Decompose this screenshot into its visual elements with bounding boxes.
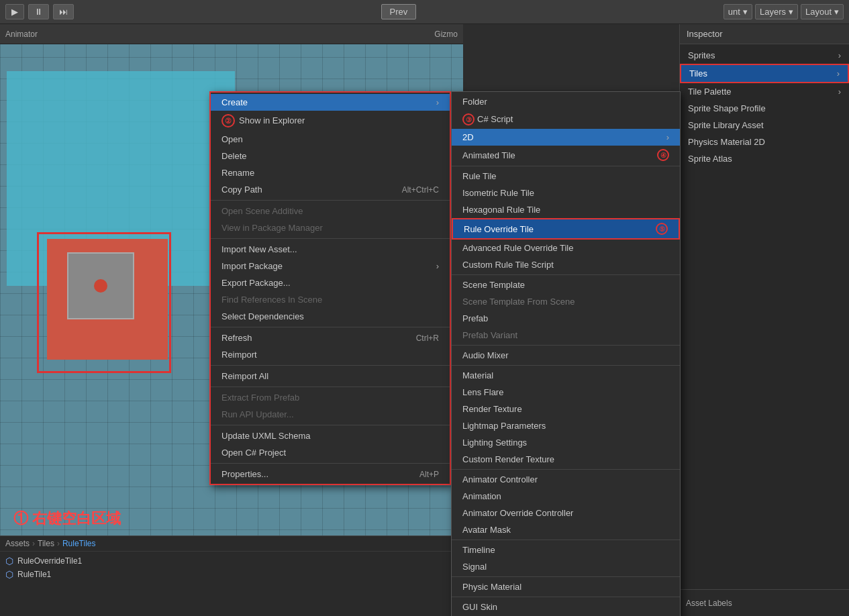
cm-rename[interactable]: Rename (211, 164, 450, 181)
inspector-header: Inspector (680, 24, 849, 44)
file-item[interactable]: ⬡ RuleOverrideTile1 (5, 554, 458, 568)
cm2d-rule-tile[interactable]: Rule Tile (452, 168, 680, 185)
cm-find-references: Find References In Scene (211, 291, 450, 308)
cm-view-package-manager: View in Package Manager (211, 219, 450, 236)
cm-export-package[interactable]: Export Package... (211, 274, 450, 291)
cm2d-rule-override-tile[interactable]: Rule Override Tile ⑤ (452, 218, 680, 240)
tile-dot (94, 279, 107, 293)
cm-import-new-asset[interactable]: Import New Asset... (211, 241, 450, 258)
top-toolbar: ▶ ⏸ ⏭ Prev unt ▾ Layers ▾ Layout ▾ (0, 0, 849, 24)
cm2d-signal[interactable]: Signal (452, 558, 680, 575)
cm2d-gui-skin[interactable]: GUI Skin (452, 599, 680, 615)
cm2d-animator-controller[interactable]: Animator Controller (452, 471, 680, 488)
cm-open[interactable]: Open (211, 131, 450, 148)
cm2d-lightmap-parameters[interactable]: Lightmap Parameters (452, 417, 680, 434)
insp-sprite-shape-profile[interactable]: Sprite Shape Profile (680, 100, 849, 117)
cm-sep (211, 463, 450, 464)
cm2d-render-texture[interactable]: Render Texture (452, 401, 680, 417)
cm2d-animation[interactable]: Animation (452, 488, 680, 505)
cm-open-csharp[interactable]: Open C# Project (211, 444, 450, 461)
cm2d-custom-render-texture[interactable]: Custom Render Texture (452, 451, 680, 468)
file-item[interactable]: ⬡ RuleTile1 (5, 568, 458, 581)
gizmo-label: Gizmo (434, 30, 458, 39)
cm2d-advanced-rule-override[interactable]: Advanced Rule Override Tile (452, 240, 680, 256)
animator-label: Animator (5, 30, 38, 39)
cm2d-hexagonal-rule-tile[interactable]: Hexagonal Rule Tile (452, 201, 680, 218)
cm-sep (211, 200, 450, 201)
cm2d-audio-mixer[interactable]: Audio Mixer (452, 347, 680, 364)
cm2d-lighting-settings[interactable]: Lighting Settings (452, 434, 680, 451)
layers-dropdown[interactable]: Layers ▾ (755, 4, 798, 19)
insp-sprite-atlas[interactable]: Sprite Atlas (680, 150, 849, 167)
cm2d-material[interactable]: Material (452, 367, 680, 384)
pause-button[interactable]: ⏸ (28, 4, 49, 19)
context-menu-left: Create › ②Show in Explorer Open Delete R… (209, 91, 451, 485)
cm-select-dependencies[interactable]: Select Dependencies (211, 308, 450, 325)
cm-copy-path[interactable]: Copy Path Alt+Ctrl+C (211, 181, 450, 198)
cm2d-2d[interactable]: 2D › (452, 129, 680, 146)
scene-toolbar: Animator Gizmo (0, 24, 463, 44)
insp-sprite-library-asset[interactable]: Sprite Library Asset (680, 117, 849, 134)
layout-dropdown[interactable]: Layout ▾ (801, 4, 844, 19)
main-layout: Animator Gizmo ① 右键空白区域 Assets › Tiles › (0, 24, 849, 616)
cm2d-csharp[interactable]: ③C# Script (452, 110, 680, 129)
insp-physics-material-2d[interactable]: Physics Material 2D (680, 134, 849, 150)
file-icon: ⬡ (5, 556, 13, 566)
cm2d-timeline[interactable]: Timeline (452, 542, 680, 558)
account-dropdown[interactable]: unt ▾ (723, 4, 752, 19)
cm-extract-from-prefab: Extract From Prefab (211, 389, 450, 406)
cm2d-prefab-variant: Prefab Variant (452, 327, 680, 344)
cm-sep (211, 387, 450, 387)
cm2d-prefab[interactable]: Prefab (452, 310, 680, 327)
cm-properties[interactable]: Properties... Alt+P (211, 466, 450, 482)
cm-import-package[interactable]: Import Package › (211, 258, 450, 274)
tile-object (67, 252, 134, 319)
cm2d-folder[interactable]: Folder (452, 93, 680, 110)
scene-panel: Animator Gizmo ① 右键空白区域 Assets › Tiles › (0, 24, 463, 616)
annotation-chinese: ① 右键空白区域 (13, 509, 121, 529)
cm-sep (211, 327, 450, 327)
cm2d-custom-rule-tile[interactable]: Custom Rule Tile Script (452, 256, 680, 273)
cm-create[interactable]: Create › (211, 94, 450, 111)
cm2d-avatar-mask[interactable]: Avatar Mask (452, 521, 680, 538)
cm-reimport-all[interactable]: Reimport All (211, 368, 450, 384)
cm-delete[interactable]: Delete (211, 148, 450, 164)
cm2d-scene-template[interactable]: Scene Template (452, 276, 680, 293)
cm2d-isometric-rule-tile[interactable]: Isometric Rule Tile (452, 185, 680, 201)
cm-reimport[interactable]: Reimport (211, 346, 450, 363)
toolbar-right: unt ▾ Layers ▾ Layout ▾ (723, 4, 844, 19)
cm2d-physic-material[interactable]: Physic Material (452, 578, 680, 595)
file-list: ⬡ RuleOverrideTile1 ⬡ RuleTile1 (0, 552, 463, 584)
cm2d-scene-template-from-scene: Scene Template From Scene (452, 293, 680, 310)
cm-open-scene-additive: Open Scene Additive (211, 203, 450, 219)
cm-sep (211, 365, 450, 366)
cm-sep (211, 425, 450, 425)
cm2d-lens-flare[interactable]: Lens Flare (452, 384, 680, 401)
context-menu-2d: Folder ③C# Script 2D › Animated Tile ④ R… (451, 91, 681, 616)
cm-refresh[interactable]: Refresh Ctrl+R (211, 329, 450, 346)
cm2d-animated-tile[interactable]: Animated Tile ④ (452, 146, 680, 164)
insp-tiles[interactable]: Tiles › (680, 64, 849, 83)
play-button[interactable]: ▶ (5, 4, 24, 19)
inspector-panel: Inspector Sprites › Tiles › Tile Palette… (679, 24, 849, 616)
file-icon: ⬡ (5, 569, 13, 580)
cm2d-animator-override[interactable]: Animator Override Controller (452, 505, 680, 521)
cm-run-api-updater: Run API Updater... (211, 406, 450, 423)
inspector-menu: Sprites › Tiles › Tile Palette › Sprite … (680, 44, 849, 170)
breadcrumb: Assets › Tiles › RuleTiles (0, 536, 463, 552)
bottom-panel: Assets › Tiles › RuleTiles ⬡ RuleOverrid… (0, 535, 463, 616)
preview-dropdown[interactable]: Prev (381, 4, 417, 19)
insp-sprites[interactable]: Sprites › (680, 47, 849, 64)
cm-update-uxml[interactable]: Update UXML Schema (211, 427, 450, 444)
cm-sep (211, 238, 450, 239)
step-button[interactable]: ⏭ (53, 4, 74, 19)
insp-tile-palette[interactable]: Tile Palette › (680, 83, 849, 100)
asset-labels: Inspector Asset Labels (679, 589, 849, 616)
cm-show-explorer[interactable]: ②Show in Explorer (211, 111, 450, 131)
